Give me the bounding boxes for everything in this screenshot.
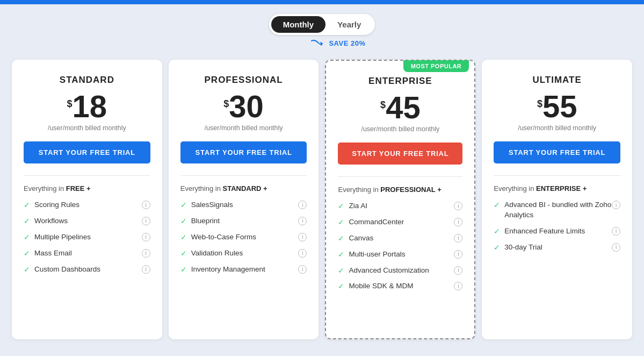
info-icon[interactable]: i — [454, 218, 462, 226]
feature-left: ✓ Mass Email — [24, 248, 142, 259]
price-dollar: $ — [67, 98, 73, 110]
feature-item: ✓ Mass Email i — [24, 248, 150, 259]
feature-left: ✓ Advanced BI - bundled with Zoho Analyt… — [494, 200, 612, 220]
feature-text: Advanced Customization — [349, 266, 429, 276]
check-icon: ✓ — [180, 233, 187, 241]
feature-left: ✓ Zia AI — [338, 201, 454, 211]
feature-left: ✓ Mobile SDK & MDM — [338, 281, 454, 291]
feature-text: Scoring Rules — [34, 200, 79, 210]
info-icon[interactable]: i — [142, 265, 150, 274]
info-icon[interactable]: i — [612, 201, 620, 209]
info-icon[interactable]: i — [142, 201, 150, 209]
feature-text: SalesSignals — [191, 200, 233, 210]
everything-in: Everything in FREE + — [24, 184, 150, 193]
feature-list: ✓ SalesSignals i ✓ Blueprint i ✓ Web-to-… — [180, 200, 307, 274]
info-icon[interactable]: i — [142, 233, 150, 241]
feature-list: ✓ Advanced BI - bundled with Zoho Analyt… — [494, 200, 620, 253]
check-icon: ✓ — [494, 227, 500, 236]
price-billing: /user/month billed monthly — [24, 124, 150, 132]
feature-item: ✓ Enhanced Feature Limits i — [494, 226, 620, 237]
trial-button-standard[interactable]: START YOUR FREE TRIAL — [24, 141, 150, 163]
trial-button-enterprise[interactable]: START YOUR FREE TRIAL — [338, 143, 462, 165]
feature-left: ✓ Web-to-Case Forms — [180, 232, 299, 243]
feature-left: ✓ Multi-user Portals — [338, 250, 454, 260]
feature-text: Advanced BI - bundled with Zoho Analytic… — [504, 200, 612, 220]
feature-item: ✓ Workflows i — [24, 216, 150, 226]
includes-plan: PROFESSIONAL + — [380, 186, 442, 194]
check-icon: ✓ — [180, 217, 187, 225]
billing-toggle: Monthly Yearly — [269, 14, 375, 35]
check-icon: ✓ — [24, 249, 30, 258]
plan-price-row: $ 45 — [338, 92, 462, 123]
everything-in: Everything in STANDARD + — [180, 184, 307, 193]
feature-item: ✓ Multi-user Portals i — [338, 250, 462, 260]
plan-name: STANDARD — [24, 75, 150, 86]
feature-left: ✓ Advanced Customization — [338, 266, 454, 276]
includes-plan: ENTERPRISE + — [536, 184, 587, 193]
trial-button-professional[interactable]: START YOUR FREE TRIAL — [180, 141, 307, 163]
divider — [338, 176, 462, 177]
yearly-toggle-button[interactable]: Yearly — [325, 16, 373, 33]
info-icon[interactable]: i — [298, 233, 307, 241]
feature-item: ✓ Validation Rules i — [180, 248, 307, 259]
feature-list: ✓ Scoring Rules i ✓ Workflows i ✓ Multip… — [24, 200, 150, 274]
feature-item: ✓ Web-to-Case Forms i — [180, 232, 307, 243]
price-dollar: $ — [380, 99, 386, 111]
feature-item: ✓ Mobile SDK & MDM i — [338, 281, 462, 291]
feature-item: ✓ Multiple Pipelines i — [24, 232, 150, 243]
check-icon: ✓ — [24, 265, 30, 274]
plan-price-row: $ 30 — [180, 91, 307, 122]
monthly-toggle-button[interactable]: Monthly — [271, 16, 326, 33]
info-icon[interactable]: i — [454, 282, 462, 290]
feature-text: Custom Dashboards — [34, 265, 100, 275]
check-icon: ✓ — [24, 201, 30, 209]
plan-card-standard: STANDARD $ 18 /user/month billed monthly… — [12, 60, 162, 339]
plan-name: ENTERPRISE — [338, 76, 462, 87]
price-amount: 18 — [73, 91, 107, 122]
feature-text: Workflows — [34, 216, 68, 226]
billing-toggle-container: Monthly Yearly SAVE 20% — [0, 4, 644, 53]
divider — [494, 175, 620, 176]
info-icon[interactable]: i — [454, 234, 462, 243]
info-icon[interactable]: i — [142, 217, 150, 225]
everything-in: Everything in ENTERPRISE + — [494, 184, 620, 193]
feature-left: ✓ Canvas — [338, 233, 454, 244]
feature-text: CommandCenter — [349, 217, 404, 227]
info-icon[interactable]: i — [612, 227, 620, 236]
price-billing: /user/month billed monthly — [180, 124, 307, 132]
check-icon: ✓ — [494, 201, 500, 209]
feature-left: ✓ Multiple Pipelines — [24, 232, 142, 243]
feature-text: Inventory Management — [191, 265, 265, 275]
feature-text: Mobile SDK & MDM — [349, 281, 413, 291]
price-billing: /user/month billed monthly — [338, 125, 462, 133]
check-icon: ✓ — [338, 202, 344, 210]
info-icon[interactable]: i — [454, 202, 462, 210]
feature-item: ✓ CommandCenter i — [338, 217, 462, 227]
check-icon: ✓ — [24, 217, 30, 225]
feature-item: ✓ Canvas i — [338, 233, 462, 244]
info-icon[interactable]: i — [454, 250, 462, 259]
info-icon[interactable]: i — [142, 249, 150, 258]
info-icon[interactable]: i — [612, 243, 620, 252]
check-icon: ✓ — [180, 249, 187, 258]
plan-card-ultimate: ULTIMATE $ 55 /user/month billed monthly… — [482, 60, 632, 339]
feature-text: Blueprint — [191, 216, 220, 226]
info-icon[interactable]: i — [298, 249, 307, 258]
feature-left: ✓ Inventory Management — [180, 265, 299, 275]
feature-item: ✓ 30-day Trial i — [494, 243, 620, 253]
check-icon: ✓ — [338, 266, 344, 275]
info-icon[interactable]: i — [298, 265, 307, 274]
plan-card-professional: PROFESSIONAL $ 30 /user/month billed mon… — [169, 60, 319, 339]
feature-left: ✓ CommandCenter — [338, 217, 454, 227]
includes-plan: STANDARD + — [223, 184, 267, 193]
plan-name: ULTIMATE — [494, 75, 620, 86]
info-icon[interactable]: i — [454, 266, 462, 275]
check-icon: ✓ — [24, 233, 30, 241]
info-icon[interactable]: i — [298, 201, 307, 209]
price-billing: /user/month billed monthly — [494, 124, 620, 132]
feature-item: ✓ Custom Dashboards i — [24, 265, 150, 275]
plan-card-enterprise: MOST POPULAR ENTERPRISE $ 45 /user/month… — [325, 60, 475, 339]
plan-price-row: $ 18 — [24, 91, 150, 122]
trial-button-ultimate[interactable]: START YOUR FREE TRIAL — [494, 141, 620, 163]
info-icon[interactable]: i — [298, 217, 307, 225]
